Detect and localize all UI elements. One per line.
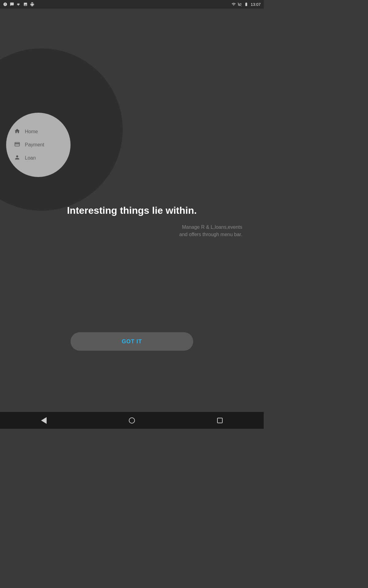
got-it-button[interactable]: GOT IT <box>71 332 193 351</box>
got-it-label: GOT IT <box>122 338 142 345</box>
notification-icon-2 <box>10 2 14 6</box>
back-button[interactable] <box>41 417 47 424</box>
recents-button[interactable] <box>217 418 223 423</box>
home-icon <box>14 128 21 136</box>
recents-icon <box>217 418 223 423</box>
usb-icon <box>17 2 21 6</box>
status-time: 13:07 <box>251 2 261 7</box>
status-bar: 13:07 <box>0 0 264 9</box>
menu-item-payment[interactable]: Payment <box>14 141 44 149</box>
signal-icon <box>238 2 242 6</box>
android-icon <box>30 2 34 6</box>
headline: Interesting things lie within. <box>12 205 251 216</box>
home-nav-button[interactable] <box>129 417 135 424</box>
payment-label: Payment <box>25 142 44 148</box>
menu-item-loan[interactable]: Loan <box>14 154 36 162</box>
wifi-icon <box>232 2 236 6</box>
loan-label: Loan <box>25 155 36 161</box>
loan-icon <box>14 154 21 162</box>
menu-item-home[interactable]: Home <box>14 128 38 136</box>
nav-bar <box>0 412 264 429</box>
status-bar-right: 13:07 <box>232 2 261 7</box>
back-icon <box>41 417 47 424</box>
main-content: Home Payment Loan Interesting things lie… <box>0 9 264 412</box>
home-nav-icon <box>129 417 135 424</box>
inner-circle: Home Payment Loan <box>6 113 71 177</box>
home-label: Home <box>25 129 38 134</box>
status-bar-left <box>3 2 34 6</box>
notification-icon-1 <box>3 2 7 6</box>
subtext: Manage R & L,loans,eventsand offers thro… <box>12 224 251 238</box>
card-icon <box>14 141 21 149</box>
text-section: Interesting things lie within. Manage R … <box>0 205 264 238</box>
image-icon <box>23 2 28 6</box>
battery-icon <box>244 2 249 6</box>
